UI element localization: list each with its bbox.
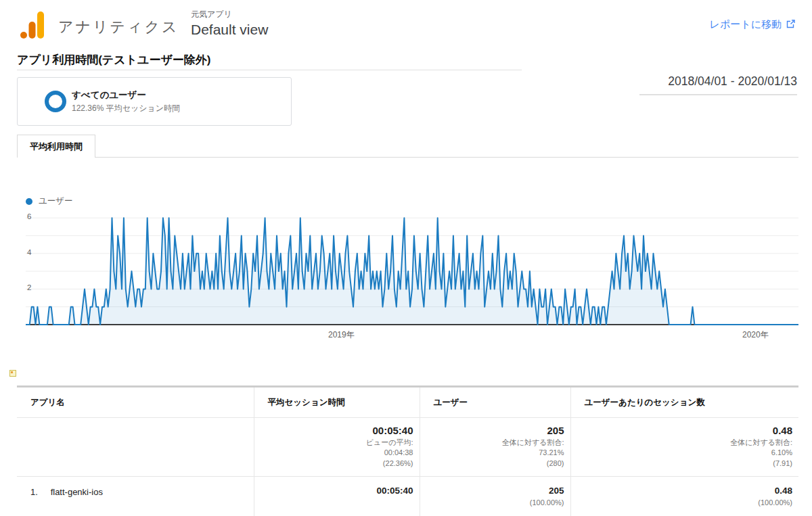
row-users-cell: 205 (100.00%): [420, 477, 570, 516]
summary-spu-sub2: 6.10%: [577, 448, 793, 459]
summary-sessions-per-user-cell: 0.48 全体に対する割合: 6.10% (7.91): [570, 418, 798, 477]
row-sessions-per-user-cell: 0.48 (100.00%): [570, 477, 798, 516]
row-sessions-per-user-sub: (100.00%): [577, 498, 793, 509]
property-name: 元気アプリ: [191, 9, 268, 20]
summary-avg-session-value: 00:05:40: [261, 424, 413, 438]
row-users-sub: (100.00%): [426, 498, 564, 509]
summary-users-sub3: (280): [426, 459, 564, 469]
segment-name: すべてのユーザー: [72, 89, 146, 101]
y-axis-tick-4: 4: [27, 248, 31, 256]
broken-image-icon: [9, 370, 16, 377]
tab-average-usage-time[interactable]: 平均利用時間: [17, 135, 95, 158]
summary-users-value: 205: [426, 424, 564, 438]
app-name: flatt-genki-ios: [51, 487, 103, 497]
x-axis-label-2020: 2020年: [742, 329, 769, 341]
segment-card-all-users[interactable]: すべてのユーザー 122.36% 平均セッション時間: [17, 77, 292, 126]
usage-line-chart-svg: [26, 210, 798, 326]
view-name: Default view: [191, 22, 268, 38]
external-link-icon: [786, 19, 795, 30]
go-to-report-link[interactable]: レポートに移動: [710, 18, 795, 31]
x-axis-label-2019: 2019年: [328, 329, 355, 341]
summary-users-cell: 205 全体に対する割合: 73.21% (280): [420, 418, 570, 477]
summary-empty-cell: [17, 418, 254, 477]
column-header-avg-session-duration[interactable]: 平均セッション時間: [254, 387, 420, 418]
table-summary-row: 00:05:40 ビューの平均: 00:04:38 (22.36%) 205 全…: [17, 418, 798, 477]
tab-bottom-line: [17, 157, 798, 158]
summary-avg-session-cell: 00:05:40 ビューの平均: 00:04:38 (22.36%): [254, 418, 420, 477]
app-name-cell: 1. flatt-genki-ios: [17, 477, 254, 516]
google-analytics-logo-icon: [20, 11, 45, 41]
segment-detail: 122.36% 平均セッション時間: [72, 103, 180, 114]
row-index: 1.: [30, 487, 48, 497]
summary-avg-session-sub2: 00:04:38: [261, 448, 413, 459]
row-avg-session-value: 00:05:40: [261, 485, 413, 497]
summary-users-sub2: 73.21%: [426, 448, 564, 459]
table-row: 1. flatt-genki-ios 00:05:40 205 (100.00%…: [17, 477, 798, 516]
column-header-sessions-per-user[interactable]: ユーザーあたりのセッション数: [570, 387, 798, 418]
product-name: アナリティクス: [58, 17, 179, 37]
legend-dot-icon: [26, 198, 32, 205]
date-range-underline: [639, 94, 797, 95]
summary-avg-session-sub3: (22.36%): [261, 459, 413, 469]
go-to-report-label: レポートに移動: [710, 18, 782, 31]
usage-line-chart[interactable]: 6 4 2 2019年 2020年: [26, 210, 798, 345]
view-block: 元気アプリ Default view: [191, 9, 268, 38]
legend-label: ユーザー: [39, 195, 73, 207]
column-header-app-name[interactable]: アプリ名: [17, 387, 254, 418]
row-users-value: 205: [426, 485, 564, 497]
title-divider: [17, 70, 522, 70]
y-axis-tick-6: 6: [27, 212, 31, 220]
summary-spu-sub3: (7.91): [577, 459, 793, 469]
summary-sessions-per-user-value: 0.48: [577, 424, 793, 438]
app-header: アナリティクス 元気アプリ Default view レポートに移動: [0, 0, 812, 45]
row-sessions-per-user-value: 0.48: [577, 485, 793, 497]
table-header-row: アプリ名 平均セッション時間 ユーザー ユーザーあたりのセッション数: [17, 387, 798, 418]
apps-table: アプリ名 平均セッション時間 ユーザー ユーザーあたりのセッション数 00:05…: [17, 385, 798, 516]
date-range[interactable]: 2018/04/01 - 2020/01/13: [668, 74, 797, 89]
summary-avg-session-sub1: ビューの平均:: [261, 438, 413, 448]
summary-spu-sub1: 全体に対する割合:: [577, 438, 793, 448]
y-axis-tick-2: 2: [27, 283, 31, 291]
column-header-users[interactable]: ユーザー: [420, 387, 570, 418]
summary-users-sub1: 全体に対する割合:: [426, 438, 564, 448]
page-title: アプリ利用時間(テストユーザー除外): [17, 52, 211, 68]
row-avg-session-cell: 00:05:40: [254, 477, 420, 516]
chart-legend: ユーザー: [26, 195, 73, 207]
segment-donut-icon: [43, 89, 68, 116]
